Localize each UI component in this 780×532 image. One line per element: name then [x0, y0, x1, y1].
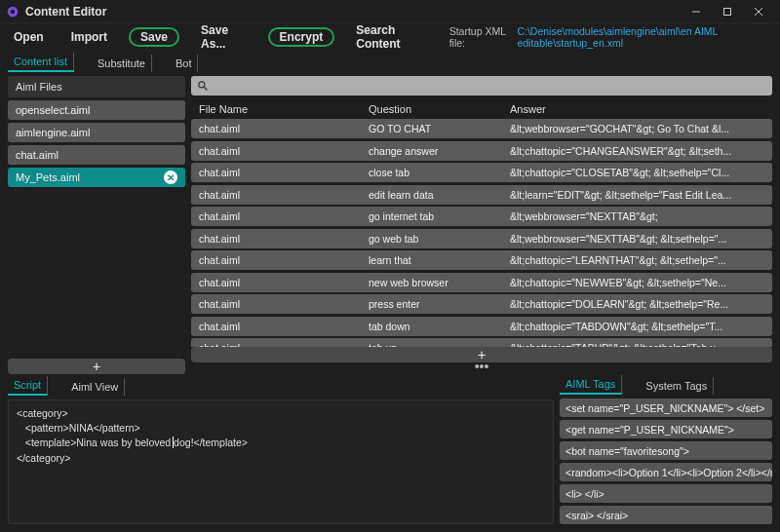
cell-question: press enter [369, 298, 510, 310]
table-row[interactable]: chat.aimlgo web tab&lt;webbrowser="NEXTT… [191, 229, 772, 248]
search-icon [197, 80, 209, 92]
tab-bot[interactable]: Bot [170, 55, 199, 72]
cell-file: chat.aiml [199, 123, 369, 134]
cell-answer: &lt;webbrowser="NEXTTAB"&gt; &lt;sethelp… [510, 233, 764, 245]
aiml-file-label: My_Pets.aiml [16, 171, 80, 183]
cell-question: go internet tab [369, 210, 510, 222]
tag-snippet[interactable]: <random><li>Option 1</li><li>Option 2</l… [560, 463, 772, 481]
table-row[interactable]: chat.aimledit learn data&lt;learn="EDIT"… [191, 185, 772, 205]
table-row[interactable]: chat.aimltab up&lt;chattopic="TABUP"&gt;… [191, 338, 772, 347]
table-row[interactable]: chat.aimlnew web browser&lt;chattopic="N… [191, 273, 772, 292]
main-toolbar: Open Import Save Save As... Encrypt Sear… [0, 23, 780, 51]
cell-answer: &lt;chattopic="CLOSETAB"&gt; &lt;sethelp… [510, 167, 764, 178]
title-bar: Content Editor [0, 0, 780, 23]
save-as-button[interactable]: Save As... [195, 21, 253, 53]
cell-file: chat.aiml [199, 254, 369, 266]
cell-question: change answer [369, 145, 510, 157]
content-table-panel: File Name Question Answer chat.aimlGO TO… [191, 76, 772, 374]
cell-question: close tab [369, 167, 510, 178]
tag-snippet[interactable]: <li> </li> [560, 484, 772, 503]
aiml-files-header: Aiml Files [8, 76, 185, 97]
cell-file: chat.aiml [199, 298, 369, 310]
app-logo-icon [6, 5, 20, 19]
tag-snippet-list: <set name="P_USER_NICKNAME"> </set><get … [560, 399, 772, 524]
window-title: Content Editor [25, 5, 681, 19]
tag-snippet[interactable]: <bot name="favoritesong"> [560, 441, 772, 460]
tag-snippet[interactable]: <set name="P_USER_NICKNAME"> </set> [560, 399, 772, 417]
tab-aiml-tags[interactable]: AIML Tags [560, 375, 622, 395]
table-row[interactable]: chat.aimlgo internet tab&lt;webbrowser="… [191, 207, 772, 226]
close-icon[interactable]: ✕ [164, 171, 177, 184]
cell-file: chat.aiml [199, 189, 369, 201]
panel-tabs: Content list Substitute Bot [0, 51, 780, 72]
cell-answer: &lt;chattopic="NEWWEB"&gt; &lt;sethelp="… [510, 277, 764, 288]
cell-file: chat.aiml [199, 210, 369, 222]
encrypt-button[interactable]: Encrypt [268, 27, 335, 47]
aiml-files-panel: Aiml Files openselect.aimlaimlengine.aim… [8, 76, 185, 374]
aiml-file-label: openselect.aiml [16, 104, 90, 116]
cell-question: go web tab [369, 233, 510, 245]
cell-answer: &lt;learn="EDIT"&gt; &lt;sethelp="Fast E… [510, 189, 764, 201]
table-row[interactable]: chat.aimlclose tab&lt;chattopic="CLOSETA… [191, 163, 772, 182]
tag-snippet[interactable]: <get name="P_USER_NICKNAME"> [560, 420, 772, 438]
aiml-file-label: aimlengine.aiml [16, 127, 90, 138]
import-button[interactable]: Import [65, 28, 113, 46]
svg-point-1 [11, 9, 15, 13]
cell-file: chat.aiml [199, 321, 369, 332]
maximize-button[interactable] [712, 0, 743, 22]
minimize-button[interactable] [681, 0, 712, 22]
tag-snippet[interactable]: <srai> </srai> [560, 506, 772, 524]
cell-file: chat.aiml [199, 277, 369, 288]
tab-content-list[interactable]: Content list [8, 53, 74, 72]
col-question[interactable]: Question [369, 103, 510, 115]
cell-answer: &lt;chattopic="DOLEARN"&gt; &lt;sethelp=… [510, 298, 764, 310]
close-window-button[interactable] [743, 0, 774, 22]
table-header: File Name Question Answer [191, 99, 772, 119]
cell-question: tab down [369, 321, 510, 332]
svg-rect-3 [724, 8, 731, 15]
svg-point-6 [199, 82, 205, 88]
search-content-button[interactable]: Search Content [350, 21, 433, 53]
cell-answer: &lt;chattopic="LEARNTHAT"&gt; &lt;sethel… [510, 254, 764, 266]
script-tabs: Script Aiml View [8, 374, 554, 396]
cell-file: chat.aiml [199, 233, 369, 245]
open-button[interactable]: Open [8, 28, 50, 46]
svg-line-7 [205, 88, 208, 91]
cell-answer: &lt;chattopic="CHANGEANSWER"&gt; &lt;set… [510, 145, 764, 157]
tab-system-tags[interactable]: System Tags [640, 377, 714, 395]
aiml-file-item[interactable]: openselect.aiml [8, 100, 185, 120]
cell-file: chat.aiml [199, 145, 369, 157]
text-cursor [173, 437, 174, 448]
col-answer[interactable]: Answer [510, 103, 764, 115]
aiml-file-label: chat.aiml [16, 149, 58, 161]
table-row[interactable]: chat.aimlGO TO CHAT&lt;webbrowser="GOCHA… [191, 119, 772, 138]
cell-question: GO TO CHAT [369, 123, 510, 134]
col-file[interactable]: File Name [199, 103, 369, 115]
table-row[interactable]: chat.aimlchange answer&lt;chattopic="CHA… [191, 141, 772, 161]
aiml-file-item[interactable]: chat.aiml [8, 145, 185, 165]
cell-answer: &lt;chattopic="TABDOWN"&gt; &lt;sethelp=… [510, 321, 764, 332]
cell-answer: &lt;webbrowser="GOCHAT"&gt; Go To Chat &… [510, 123, 764, 134]
table-row[interactable]: chat.aimllearn that&lt;chattopic="LEARNT… [191, 250, 772, 270]
cell-question: learn that [369, 254, 510, 266]
cell-file: chat.aiml [199, 167, 369, 178]
add-file-button[interactable]: + [8, 359, 185, 374]
table-row[interactable]: chat.aimltab down&lt;chattopic="TABDOWN"… [191, 317, 772, 336]
aiml-file-item[interactable]: aimlengine.aiml [8, 123, 185, 142]
tab-substitute[interactable]: Substitute [92, 55, 152, 72]
tab-script[interactable]: Script [8, 376, 48, 396]
aiml-file-item[interactable]: My_Pets.aiml✕ [8, 168, 185, 187]
cell-question: new web browser [369, 277, 510, 288]
startup-file-label: Startup XML file: [449, 25, 512, 49]
startup-file-link[interactable]: C:\Denise\modules\aimlengine\aiml\en AIM… [517, 25, 772, 49]
resize-handle-icon[interactable]: ••• [191, 362, 772, 374]
cell-answer: &lt;webbrowser="NEXTTAB"&gt; [510, 210, 764, 222]
tags-tabs: AIML Tags System Tags [560, 374, 772, 395]
cell-question: edit learn data [369, 189, 510, 201]
save-button[interactable]: Save [129, 27, 179, 47]
tab-aiml-view[interactable]: Aiml View [65, 378, 125, 396]
script-editor[interactable]: <category> <pattern>NINA</pattern> <temp… [8, 399, 554, 524]
table-search-input[interactable] [191, 76, 772, 95]
table-row[interactable]: chat.aimlpress enter&lt;chattopic="DOLEA… [191, 294, 772, 314]
